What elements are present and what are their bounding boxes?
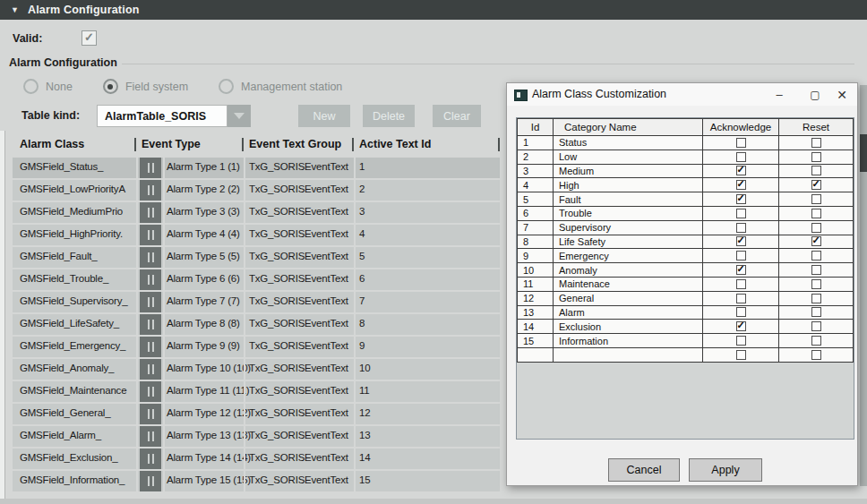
acknowledge-checkbox[interactable]	[736, 350, 746, 360]
acknowledge-checkbox[interactable]	[736, 236, 746, 246]
category-name-cell[interactable]: Anomaly	[554, 263, 703, 278]
category-name-cell[interactable]: Information	[554, 334, 703, 348]
column-separator[interactable]	[352, 138, 354, 151]
acknowledge-checkbox[interactable]	[736, 307, 746, 317]
drag-handle-icon[interactable]	[140, 448, 161, 469]
acknowledge-checkbox[interactable]	[736, 180, 746, 190]
drag-handle-icon[interactable]	[140, 314, 161, 335]
acknowledge-checkbox[interactable]	[736, 279, 746, 289]
category-name-cell[interactable]: Status	[554, 136, 703, 150]
column-header-reset[interactable]: Reset	[779, 119, 854, 136]
new-button[interactable]: New	[298, 105, 350, 127]
vertical-scrollbar-thumb[interactable]	[860, 134, 867, 172]
category-name-cell[interactable]: High	[554, 178, 703, 192]
category-name-cell[interactable]: Alarm	[554, 306, 703, 320]
column-separator[interactable]	[242, 138, 244, 151]
reset-checkbox[interactable]	[811, 236, 821, 246]
acknowledge-checkbox[interactable]	[736, 321, 746, 331]
category-name-cell[interactable]: Supervisory	[554, 221, 703, 235]
reset-checkbox[interactable]	[811, 336, 821, 346]
drag-handle-icon[interactable]	[140, 225, 161, 245]
id-cell[interactable]: 12	[517, 292, 554, 306]
acknowledge-checkbox[interactable]	[736, 138, 746, 148]
alarm-table-row[interactable]: GMSField_Anomaly_Alarm Type 10 (10)TxG_S…	[13, 359, 502, 380]
drag-handle-icon[interactable]	[140, 158, 161, 178]
acknowledge-checkbox[interactable]	[736, 223, 746, 233]
drag-handle-icon[interactable]	[140, 180, 161, 201]
reset-checkbox[interactable]	[811, 265, 821, 275]
drag-handle-icon[interactable]	[140, 202, 161, 223]
column-header-acknowledge[interactable]: Acknowledge	[703, 119, 779, 136]
id-cell[interactable]: 7	[517, 221, 554, 235]
id-cell[interactable]: 13	[517, 306, 554, 320]
reset-checkbox[interactable]	[811, 251, 821, 261]
alarm-table-row[interactable]: GMSField_Fault_Alarm Type 5 (5)TxG_SORIS…	[13, 247, 502, 268]
acknowledge-checkbox[interactable]	[736, 294, 746, 303]
reset-checkbox[interactable]	[811, 209, 821, 218]
column-header-category-name[interactable]: Category Name	[554, 119, 703, 136]
alarm-table-row[interactable]: GMSField_Alarm_Alarm Type 13 (13)TxG_SOR…	[13, 426, 502, 447]
reset-checkbox[interactable]	[811, 294, 821, 303]
reset-checkbox[interactable]	[811, 166, 821, 175]
alarm-table-row[interactable]: GMSField_Information_Alarm Type 15 (15)T…	[13, 471, 502, 491]
alarm-table-row[interactable]: GMSField_MediumPrioAlarm Type 3 (3)TxG_S…	[13, 202, 502, 223]
drag-handle-icon[interactable]	[140, 381, 161, 402]
reset-checkbox[interactable]	[811, 138, 821, 148]
reset-checkbox[interactable]	[811, 321, 821, 331]
acknowledge-checkbox[interactable]	[736, 209, 746, 218]
category-name-cell[interactable]: General	[554, 292, 703, 306]
radio-management-station[interactable]: Management station	[219, 79, 342, 94]
table-kind-combobox[interactable]: AlarmTable_SORIS	[97, 105, 227, 127]
table-kind-dropdown-button[interactable]	[227, 105, 251, 127]
id-cell[interactable]: 5	[517, 192, 554, 207]
category-name-cell[interactable]: Exclusion	[554, 320, 703, 334]
drag-handle-icon[interactable]	[140, 337, 161, 357]
close-button[interactable]: ✕	[832, 83, 852, 106]
alarm-table-row[interactable]: GMSField_LowPriorityAAlarm Type 2 (2)TxG…	[13, 180, 502, 201]
column-header-event-text-group[interactable]: Event Text Group	[249, 138, 341, 150]
alarm-table-row[interactable]: GMSField_LifeSafety_Alarm Type 8 (8)TxG_…	[13, 314, 502, 335]
category-name-cell[interactable]: Low	[554, 150, 703, 165]
maximize-button[interactable]: ▢	[805, 83, 825, 106]
id-cell[interactable]: 10	[517, 263, 554, 278]
alarm-table-row[interactable]: GMSField_General_Alarm Type 12 (12)TxG_S…	[13, 404, 502, 424]
acknowledge-checkbox[interactable]	[736, 194, 746, 204]
id-cell[interactable]: 1	[517, 136, 554, 150]
reset-checkbox[interactable]	[811, 223, 821, 233]
alarm-table-row[interactable]: GMSField_Supervisory_Alarm Type 7 (7)TxG…	[13, 292, 502, 312]
delete-button[interactable]: Delete	[363, 105, 415, 127]
minimize-button[interactable]: –	[769, 83, 789, 106]
id-cell[interactable]: 6	[517, 207, 554, 221]
radio-field-system[interactable]: Field system	[103, 79, 188, 94]
drag-handle-icon[interactable]	[140, 404, 161, 424]
alarm-table-row[interactable]: GMSField_Status_Alarm Type 1 (1)TxG_SORI…	[13, 158, 502, 178]
category-name-cell[interactable]: Fault	[554, 192, 703, 207]
apply-button[interactable]: Apply	[689, 458, 762, 482]
acknowledge-checkbox[interactable]	[736, 251, 746, 261]
column-header-alarm-class[interactable]: Alarm Class	[20, 138, 84, 150]
reset-checkbox[interactable]	[811, 307, 821, 317]
reset-checkbox[interactable]	[811, 180, 821, 190]
acknowledge-checkbox[interactable]	[736, 166, 746, 175]
category-name-cell[interactable]: Emergency	[554, 249, 703, 263]
reset-checkbox[interactable]	[811, 152, 821, 162]
reset-checkbox[interactable]	[811, 194, 821, 204]
id-cell[interactable]: 2	[517, 150, 554, 165]
drag-handle-icon[interactable]	[140, 426, 161, 447]
column-separator[interactable]	[498, 138, 500, 151]
acknowledge-checkbox[interactable]	[736, 336, 746, 346]
column-header-active-text-id[interactable]: Active Text Id	[359, 138, 431, 150]
id-cell[interactable]: 14	[517, 320, 554, 334]
drag-handle-icon[interactable]	[140, 471, 161, 491]
alarm-table-row[interactable]: GMSField_Exclusion_Alarm Type 14 (14)TxG…	[13, 448, 502, 469]
column-header-event-type[interactable]: Event Type	[142, 138, 201, 150]
alarm-table-row[interactable]: GMSField_MaintenanceAlarm Type 11 (11)Tx…	[13, 381, 502, 402]
alarm-table-row[interactable]: GMSField_Emergency_Alarm Type 9 (9)TxG_S…	[13, 337, 502, 357]
id-cell[interactable]: 4	[517, 178, 554, 192]
radio-none[interactable]: None	[23, 79, 73, 94]
id-cell[interactable]: 9	[517, 249, 554, 263]
category-name-cell[interactable]: Life Safety	[554, 235, 703, 250]
collapse-arrow-icon[interactable]: ▼	[11, 5, 19, 14]
category-name-cell[interactable]: Trouble	[554, 207, 703, 221]
alarm-table-row[interactable]: GMSField_HighPriority.Alarm Type 4 (4)Tx…	[13, 225, 502, 245]
